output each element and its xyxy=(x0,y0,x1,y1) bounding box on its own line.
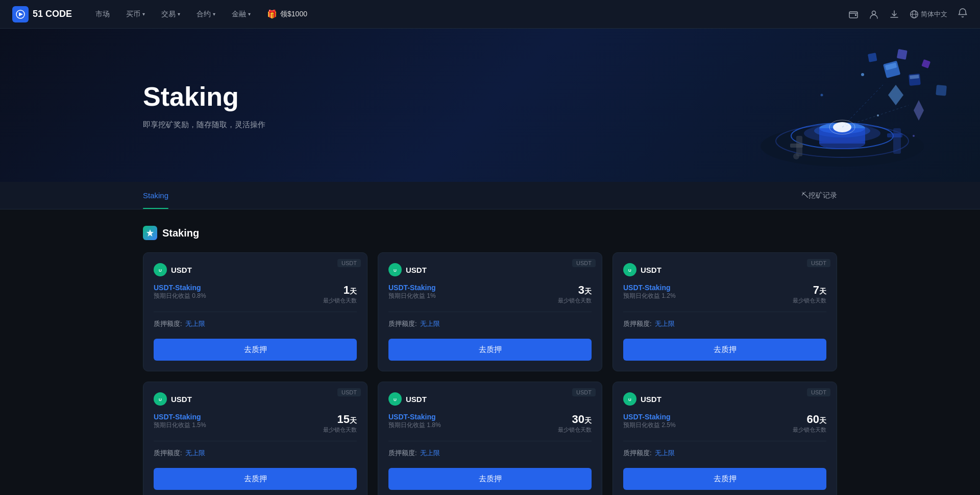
pledge-limit: 无上限 xyxy=(420,319,440,328)
days-label: 最少锁仓天数 xyxy=(793,297,826,304)
card-divider xyxy=(154,441,357,441)
hero-title: Staking xyxy=(143,81,265,112)
nav-item-finance[interactable]: 金融 ▾ xyxy=(225,7,258,22)
card-divider xyxy=(388,441,592,441)
hero-subtitle: 即享挖矿奖励，随存随取，灵活操作 xyxy=(143,120,265,130)
pledge-label: 质押额度: xyxy=(623,319,652,328)
card-badge: USDT xyxy=(337,388,361,396)
staking-card-0: USDT U USDT USDT-Staking 预期日化收益 0.8% 1天 … xyxy=(143,252,368,371)
card-badge: USDT xyxy=(572,388,596,396)
yield-text: 预期日化收益 1.8% xyxy=(388,421,441,430)
card-divider xyxy=(154,312,357,312)
token-icon: U xyxy=(623,263,636,276)
card-divider xyxy=(623,312,826,312)
svg-marker-25 xyxy=(888,85,903,105)
token-name: USDT xyxy=(406,395,427,404)
token-icon: U xyxy=(388,392,402,406)
svg-point-34 xyxy=(821,94,823,97)
staking-card-2: USDT U USDT USDT-Staking 预期日化收益 1.2% 7天 … xyxy=(612,252,837,371)
hero-content: Staking 即享挖矿奖励，随存随取，灵活操作 xyxy=(0,51,408,160)
user-icon[interactable] xyxy=(869,9,879,19)
staking-section-icon xyxy=(143,226,157,240)
svg-rect-17 xyxy=(883,61,900,78)
days-label: 最少锁仓天数 xyxy=(323,297,357,304)
logo-text: 51 CODE xyxy=(33,9,72,19)
stake-button[interactable]: 去质押 xyxy=(154,339,357,361)
token-icon: U xyxy=(154,392,167,406)
mining-record-link[interactable]: ⛏挖矿记录 xyxy=(801,191,837,200)
pledge-limit: 无上限 xyxy=(185,449,205,458)
token-name: USDT xyxy=(171,266,192,274)
svg-point-29 xyxy=(793,153,799,159)
staking-label: USDT-Staking xyxy=(154,413,206,421)
svg-marker-1 xyxy=(19,12,23,16)
days-value: 7天 xyxy=(793,284,826,297)
pledge-limit: 无上限 xyxy=(655,449,675,458)
staking-label: USDT-Staking xyxy=(388,284,436,292)
svg-point-32 xyxy=(861,73,864,76)
card-main-row: USDT-Staking 预期日化收益 2.5% 60天 最少锁仓天数 xyxy=(623,413,826,434)
logo-icon xyxy=(12,6,29,22)
svg-rect-31 xyxy=(887,133,902,137)
stake-button[interactable]: 去质押 xyxy=(388,339,592,361)
wallet-icon[interactable] xyxy=(848,9,859,19)
token-name: USDT xyxy=(641,395,662,404)
svg-rect-3 xyxy=(855,14,856,16)
yield-text: 预期日化收益 0.8% xyxy=(154,292,206,300)
card-header: U USDT xyxy=(388,263,592,276)
days-label: 最少锁仓天数 xyxy=(558,297,592,304)
navbar: 51 CODE 市场 买币 ▾ 交易 ▾ 合约 ▾ 金融 ▾ 🎁 领$1000 xyxy=(0,0,980,29)
nav-right: 简体中文 xyxy=(848,8,968,20)
card-main-row: USDT-Staking 预期日化收益 1.5% 15天 最少锁仓天数 xyxy=(154,413,357,434)
pledge-label: 质押额度: xyxy=(154,319,182,328)
staking-card-5: USDT U USDT USDT-Staking 预期日化收益 2.5% 60天… xyxy=(612,382,837,495)
pledge-row: 质押额度: 无上限 xyxy=(388,319,592,328)
days-label: 最少锁仓天数 xyxy=(558,426,592,434)
staking-card-4: USDT U USDT USDT-Staking 预期日化收益 1.8% 30天… xyxy=(378,382,602,495)
stake-button[interactable]: 去质押 xyxy=(388,468,592,490)
svg-rect-22 xyxy=(921,59,930,68)
card-divider xyxy=(388,312,592,312)
nav-item-trade[interactable]: 交易 ▾ xyxy=(154,7,187,22)
nav-item-contract[interactable]: 合约 ▾ xyxy=(189,7,223,22)
staking-label: USDT-Staking xyxy=(623,413,676,421)
svg-text:U: U xyxy=(159,397,162,402)
chevron-down-icon: ▾ xyxy=(142,11,145,17)
days-value: 30天 xyxy=(558,413,592,426)
staking-card-1: USDT U USDT USDT-Staking 预期日化收益 1% 3天 最少… xyxy=(378,252,602,371)
staking-cards-grid: USDT U USDT USDT-Staking 预期日化收益 0.8% 1天 … xyxy=(143,252,837,495)
card-main-row: USDT-Staking 预期日化收益 0.8% 1天 最少锁仓天数 xyxy=(154,284,357,304)
chevron-down-icon: ▾ xyxy=(213,11,215,17)
logo[interactable]: 51 CODE xyxy=(12,6,72,22)
pledge-row: 质押额度: 无上限 xyxy=(623,319,826,328)
pledge-row: 质押额度: 无上限 xyxy=(154,319,357,328)
notification-bell-icon[interactable] xyxy=(958,8,968,20)
pledge-limit: 无上限 xyxy=(420,449,440,458)
card-badge: USDT xyxy=(572,259,596,267)
svg-rect-19 xyxy=(897,49,908,60)
stake-button[interactable]: 去质押 xyxy=(154,468,357,490)
nav-promo[interactable]: 🎁 领$1000 xyxy=(260,6,314,22)
card-badge: USDT xyxy=(337,259,361,267)
pledge-row: 质押额度: 无上限 xyxy=(623,449,826,458)
svg-text:U: U xyxy=(394,397,397,402)
download-icon[interactable] xyxy=(889,9,899,19)
card-header: U USDT xyxy=(623,392,826,406)
tab-staking[interactable]: Staking xyxy=(143,182,168,209)
tab-bar: Staking ⛏挖矿记录 xyxy=(0,182,980,209)
stake-button[interactable]: 去质押 xyxy=(623,468,826,490)
pledge-limit: 无上限 xyxy=(655,319,675,328)
stake-button[interactable]: 去质押 xyxy=(623,339,826,361)
svg-point-35 xyxy=(913,135,915,137)
language-button[interactable]: 简体中文 xyxy=(910,10,947,19)
days-value: 1天 xyxy=(323,284,357,297)
staking-label: USDT-Staking xyxy=(388,413,441,421)
nav-item-market[interactable]: 市场 xyxy=(88,7,117,22)
svg-point-14 xyxy=(819,138,865,149)
token-icon: U xyxy=(154,263,167,276)
chevron-down-icon: ▾ xyxy=(178,11,180,17)
days-value: 3天 xyxy=(558,284,592,297)
card-main-row: USDT-Staking 预期日化收益 1.2% 7天 最少锁仓天数 xyxy=(623,284,826,304)
card-header: U USDT xyxy=(154,263,357,276)
nav-item-buy[interactable]: 买币 ▾ xyxy=(119,7,152,22)
